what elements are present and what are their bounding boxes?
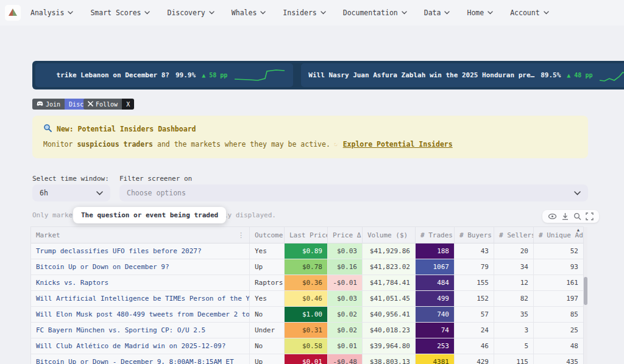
chevron-down-icon: [260, 11, 266, 15]
ticker-question: trike Lebanon on December 8?: [57, 71, 169, 79]
triangle-logo-icon: [8, 7, 18, 19]
ticker-question: Will Nasry Juan Asfura Zablah win the 20…: [308, 71, 534, 79]
scrollbar-thumb[interactable]: [584, 277, 587, 305]
sparkline-icon: [233, 68, 286, 83]
cell-delta: $0.03: [328, 243, 363, 259]
nav-item-whales[interactable]: Whales: [232, 9, 266, 17]
col-outcome[interactable]: Outcome: [250, 227, 285, 243]
table-scrollbar[interactable]: [584, 227, 587, 364]
nav-item-smart-scores[interactable]: Smart Scores: [90, 9, 150, 17]
cell-market[interactable]: Will Elon Musk post 480-499 tweets from …: [31, 307, 250, 322]
chevron-down-icon: [488, 11, 493, 15]
ticker-card[interactable]: Will Nasry Juan Asfura Zablah win the 20…: [301, 63, 624, 87]
ticker-card[interactable]: trike Lebanon on December 8? 99.9% ▲ 58 …: [35, 63, 293, 87]
cell-trades: 74: [416, 323, 455, 338]
cell-trades: 4381: [416, 354, 455, 364]
cell-price: $0.36: [285, 275, 328, 290]
cell-outcome: Yes: [250, 291, 285, 306]
chevron-down-icon: [444, 11, 450, 15]
follow-label: Follow: [96, 101, 118, 108]
chevron-down-icon: [96, 191, 103, 195]
nav-item-home[interactable]: Home: [467, 9, 493, 17]
col-unique-addrs[interactable]: # Unique Addrs ▲: [534, 227, 583, 243]
nav-item-documentation[interactable]: Documentation: [343, 9, 407, 17]
cell-price: $0.89: [285, 243, 328, 259]
follow-x-badge[interactable]: Follow X: [83, 99, 134, 110]
cell-market[interactable]: Knicks vs. Raptors: [31, 275, 250, 290]
col-last-price[interactable]: Last Price: [285, 227, 328, 243]
app-logo[interactable]: [5, 5, 21, 21]
col-buyers[interactable]: # Buyers: [455, 227, 494, 243]
cell-sellers: 82: [494, 291, 534, 306]
col-trades[interactable]: # Trades: [416, 227, 455, 243]
cell-market[interactable]: Will Artificial Intelligence be TIMEs Pe…: [31, 291, 250, 306]
column-menu-icon[interactable]: ⋮: [238, 231, 244, 239]
join-label: Join: [46, 101, 60, 108]
cell-delta: $0.02: [328, 307, 363, 322]
chevron-down-icon: [402, 11, 407, 15]
sort-asc-icon: ▲: [577, 228, 580, 233]
cell-delta: $0.01: [328, 338, 363, 354]
cell-price: $0.58: [285, 338, 328, 354]
table-row: FC Bayern München vs. Sporting CP: O/U 2…: [31, 323, 583, 338]
nav-item-insiders[interactable]: Insiders: [283, 9, 325, 17]
cell-market[interactable]: Will Club Atlético de Madrid win on 2025…: [31, 338, 250, 354]
filter-placeholder: Choose options: [127, 189, 186, 197]
nav-item-label: Account: [510, 9, 539, 17]
nav-item-label: Discovery: [167, 9, 205, 17]
cell-market[interactable]: FC Bayern München vs. Sporting CP: O/U 2…: [31, 323, 250, 338]
time-window-select[interactable]: 6h: [32, 184, 110, 201]
nav-item-label: Data: [424, 9, 441, 17]
filter-multiselect[interactable]: Choose options: [119, 184, 588, 201]
chevron-down-icon: [68, 11, 73, 15]
cell-trades: 1067: [416, 259, 455, 275]
cell-market[interactable]: Bitcoin Up or Down - December 9, 8:00AM-…: [31, 354, 250, 364]
dataframe-toolbar: [542, 210, 599, 223]
explore-insiders-link[interactable]: Explore Potential Insiders: [343, 140, 453, 149]
cell-unique: 48: [534, 338, 583, 354]
cell-sellers: 20: [494, 243, 534, 259]
cell-buyers: 57: [455, 307, 494, 322]
cell-market[interactable]: Trump declassifies UFO files before 2027…: [31, 243, 250, 259]
cell-trades: 499: [416, 291, 455, 306]
table-row: Trump declassifies UFO files before 2027…: [31, 243, 583, 259]
cell-buyers: 43: [455, 243, 494, 259]
table-row: Will Artificial Intelligence be TIMEs Pe…: [31, 291, 583, 307]
cell-sellers: 3: [494, 323, 534, 338]
nav-item-data[interactable]: Data: [424, 9, 450, 17]
table-row: Bitcoin Up or Down on December 9?Up$0.78…: [31, 259, 583, 275]
fullscreen-icon[interactable]: [586, 212, 594, 220]
banner-text: and the markets where they may be active…: [157, 140, 330, 149]
cell-buyers: 155: [455, 275, 494, 290]
nav-item-discovery[interactable]: Discovery: [167, 9, 214, 17]
column-tooltip: The question or event being traded: [73, 207, 226, 223]
chevron-down-icon: [574, 191, 581, 195]
col-volume[interactable]: Volume ($): [363, 227, 416, 243]
search-icon[interactable]: [573, 212, 581, 220]
cell-volume: $41,823.02: [363, 259, 416, 275]
cell-buyers: 429: [455, 354, 494, 364]
cell-sellers: 12: [494, 275, 534, 290]
filter-label: Filter screener on: [119, 175, 192, 183]
cell-delta: -$0.48: [328, 354, 363, 364]
cell-buyers: 79: [455, 259, 494, 275]
nav-item-label: Smart Scores: [90, 9, 141, 17]
download-icon[interactable]: [561, 212, 569, 220]
eye-icon[interactable]: [548, 212, 557, 220]
cell-outcome: No: [250, 307, 285, 322]
cell-sellers: 35: [494, 307, 534, 322]
table-body: Trump declassifies UFO files before 2027…: [31, 243, 583, 364]
col-price-delta[interactable]: Price Δ: [328, 227, 363, 243]
nav-item-label: Insiders: [283, 9, 316, 17]
nav-item-account[interactable]: Account: [510, 9, 548, 17]
cell-market[interactable]: Bitcoin Up or Down on December 9?: [31, 259, 250, 275]
table-row: Knicks vs. RaptorsRaptors$0.36-$0.01$41,…: [31, 275, 583, 291]
cell-sellers: 115: [494, 354, 534, 364]
nav-menu: AnalysisSmart ScoresDiscoveryWhalesInsid…: [30, 9, 549, 17]
col-sellers[interactable]: # Sellers: [494, 227, 534, 243]
cell-price: $0.31: [285, 323, 328, 338]
ticker-change: ▲ 48 pp: [567, 72, 592, 79]
nav-item-analysis[interactable]: Analysis: [30, 9, 73, 17]
cell-price: $1.00: [285, 307, 328, 322]
cell-unique: 52: [534, 243, 583, 259]
